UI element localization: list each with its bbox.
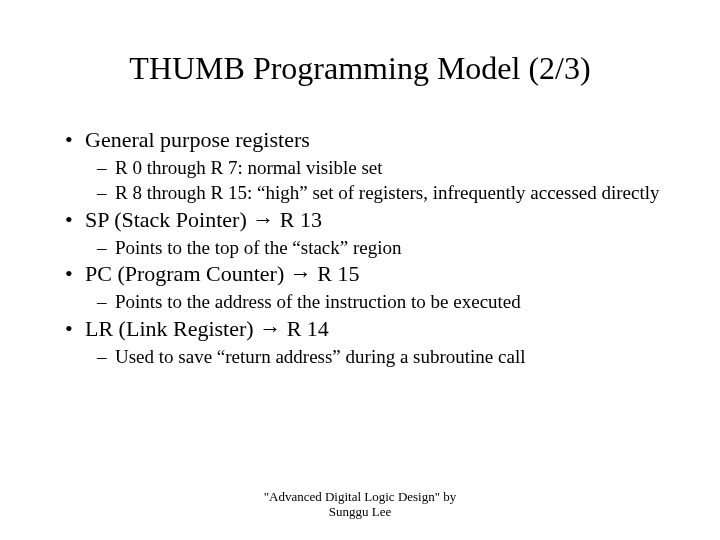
list-item: Points to the address of the instruction… <box>55 291 665 314</box>
list-item: R 0 through R 7: normal visible set <box>55 157 665 180</box>
item-text: LR (Link Register) → R 14 <box>85 316 329 341</box>
list-item: Points to the top of the “stack” region <box>55 237 665 260</box>
list-item: General purpose registers <box>55 127 665 153</box>
item-text: PC (Program Counter) → R 15 <box>85 261 359 286</box>
footer: "Advanced Digital Logic Design" by Sungg… <box>0 489 720 520</box>
list-item: Used to save “return address” during a s… <box>55 346 665 369</box>
list-item: LR (Link Register) → R 14 <box>55 316 665 342</box>
footer-line: "Advanced Digital Logic Design" by <box>0 489 720 505</box>
arrow-icon: → <box>290 261 312 286</box>
arrow-icon: → <box>252 207 274 232</box>
item-text: SP (Stack Pointer) → R 13 <box>85 207 322 232</box>
content-body: General purpose registers R 0 through R … <box>55 127 665 369</box>
list-item: PC (Program Counter) → R 15 <box>55 261 665 287</box>
slide-title: THUMB Programming Model (2/3) <box>55 50 665 87</box>
list-item: SP (Stack Pointer) → R 13 <box>55 207 665 233</box>
footer-line: Sunggu Lee <box>0 504 720 520</box>
arrow-icon: → <box>259 316 281 341</box>
list-item: R 8 through R 15: “high” set of register… <box>55 182 665 205</box>
